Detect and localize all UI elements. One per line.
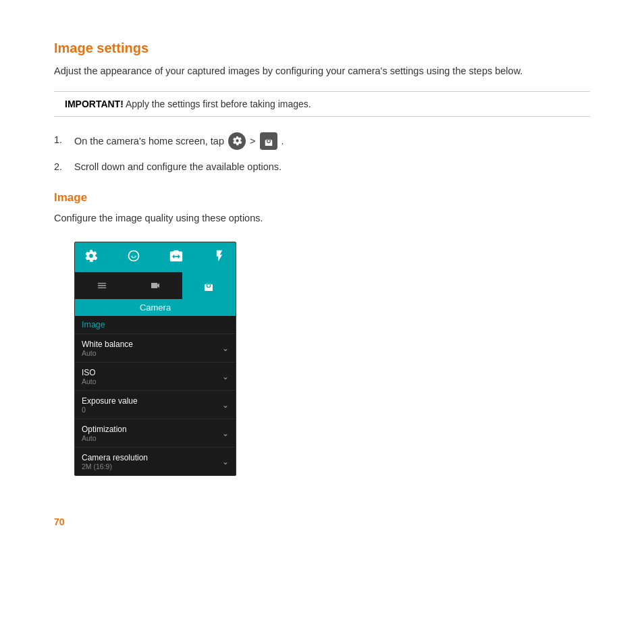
tab-camera[interactable] [182, 272, 236, 299]
step-1-text-after: . [281, 136, 284, 146]
step-2: 2. Scroll down and configure the availab… [54, 160, 590, 175]
chevron-down-icon: ⌄ [222, 429, 229, 438]
menu-item-title: White balance [82, 340, 133, 349]
face-icon [127, 249, 140, 266]
menu-item-title: ISO [82, 368, 97, 377]
phone-top-bar [75, 242, 236, 272]
step-1-num: 1. [54, 133, 74, 148]
menu-item-camera-resolution[interactable]: Camera resolution 2M (16:9) ⌄ [75, 447, 236, 475]
menu-item-iso[interactable]: ISO Auto ⌄ [75, 362, 236, 390]
phone-screenshot: Camera Image White balance Auto ⌄ ISO Au… [74, 242, 236, 476]
menu-item-exposure[interactable]: Exposure value 0 ⌄ [75, 390, 236, 419]
menu-item-sub: Auto [82, 349, 133, 357]
image-section-desc: Configure the image quality using these … [54, 211, 590, 226]
chevron-down-icon: ⌄ [222, 372, 229, 381]
flash-icon [213, 249, 226, 266]
phone-tabs [75, 272, 236, 299]
gear-icon [228, 132, 246, 150]
camera-icon [260, 132, 277, 150]
menu-item-content: White balance Auto [82, 340, 133, 357]
step-2-text: Scroll down and configure the available … [74, 160, 281, 175]
menu-item-title: Optimization [82, 425, 127, 434]
menu-item-content: Exposure value 0 [82, 396, 138, 414]
menu-item-content: Camera resolution 2M (16:9) [82, 453, 148, 471]
page-title: Image settings [54, 41, 590, 56]
important-label: IMPORTANT! [65, 99, 124, 109]
camera-tab-label: Camera [75, 299, 236, 316]
camera-rotate-icon [169, 248, 184, 267]
image-section-title: Image [54, 191, 590, 205]
menu-item-content: Optimization Auto [82, 425, 127, 442]
step-1-text-before: On the camera's home screen, tap [74, 136, 224, 146]
menu-item-title: Exposure value [82, 396, 138, 406]
menu-item-sub: Auto [82, 377, 97, 385]
step-1: 1. On the camera's home screen, tap > . [54, 133, 590, 151]
step-2-num: 2. [54, 160, 74, 175]
menu-item-sub: 0 [82, 406, 138, 414]
menu-item-sub: Auto [82, 434, 127, 442]
page-number: 70 [54, 516, 590, 527]
chevron-down-icon: ⌄ [222, 457, 229, 466]
important-text: Apply the settings first before taking i… [124, 99, 311, 109]
intro-text: Adjust the appearance of your captured i… [54, 64, 590, 79]
settings-icon [84, 249, 98, 266]
tab-video[interactable] [128, 272, 182, 299]
menu-item-optimization[interactable]: Optimization Auto ⌄ [75, 419, 236, 447]
step-1-text: On the camera's home screen, tap > . [74, 133, 284, 151]
chevron-down-icon: ⌄ [222, 344, 229, 353]
menu-item-white-balance[interactable]: White balance Auto ⌄ [75, 333, 236, 362]
menu-item-title: Camera resolution [82, 453, 148, 462]
chevron-down-icon: ⌄ [222, 400, 229, 410]
menu-item-content: ISO Auto [82, 368, 97, 385]
steps: 1. On the camera's home screen, tap > . … [54, 133, 590, 175]
important-box: IMPORTANT! Apply the settings first befo… [54, 91, 590, 117]
step-1-arrow: > [250, 136, 259, 146]
menu-item-sub: 2M (16:9) [82, 462, 148, 471]
tab-menu[interactable] [75, 272, 128, 299]
phone-image-label: Image [75, 316, 236, 333]
